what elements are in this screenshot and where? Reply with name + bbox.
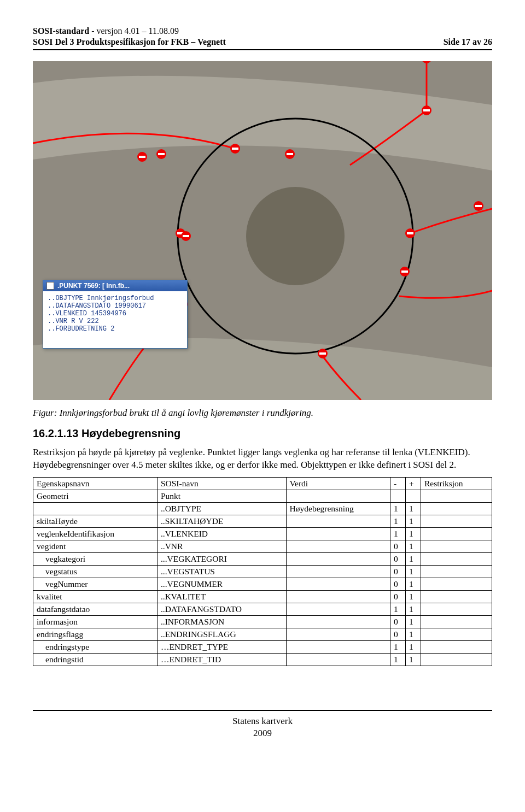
table-header-row: Egenskapsnavn SOSI-navn Verdi - + Restri…: [33, 477, 492, 490]
svg-point-2: [246, 187, 345, 285]
table-row: endringstid…ENDRET_TID11: [33, 653, 492, 666]
table-row: skiltaHøyde..SKILTAHØYDE11: [33, 515, 492, 527]
svg-rect-14: [423, 109, 430, 111]
body-paragraph: Restriksjon på høyde på kjøretøy på vegl…: [33, 446, 492, 472]
svg-rect-20: [401, 270, 408, 273]
table-row: GeometriPunkt: [33, 490, 492, 502]
header-line1: SOSI-standard - versjon 4.01 – 11.08.09: [33, 26, 492, 36]
page-label: Side 17 av 26: [444, 37, 492, 47]
table-row: veglenkeIdentifikasjon..VLENKEID11: [33, 527, 492, 540]
header-rule: [33, 49, 492, 50]
section-heading: 16.2.1.13 Høydebegrensning: [33, 427, 492, 440]
table-row: vegNummer...VEGNUMMER01: [33, 578, 492, 590]
properties-body: ..OBJTYPE Innkjøringsforbud ..DATAFANGST…: [43, 291, 187, 348]
table-row: informasjon..INFORMASJON01: [33, 615, 492, 628]
footer-org: Statens kartverk: [33, 715, 492, 727]
properties-title-text: .PUNKT 7569: [ Inn.fb...: [57, 282, 130, 290]
figure-aerial: .PUNKT 7569: [ Inn.fb... ..OBJTYPE Innkj…: [33, 61, 492, 400]
footer: Statens kartverk 2009: [33, 715, 492, 739]
th-sosi-navn: SOSI-navn: [157, 477, 286, 490]
figure-caption: Figur: Innkjøringsforbud brukt til å ang…: [33, 408, 492, 419]
properties-titlebar: .PUNKT 7569: [ Inn.fb...: [43, 280, 187, 291]
table-row: endringsflagg..ENDRINGSFLAGG01: [33, 628, 492, 640]
svg-rect-22: [319, 352, 326, 355]
th-verdi: Verdi: [286, 477, 390, 490]
table-row: vegident..VNR01: [33, 540, 492, 552]
table-row: vegkategori...VEGKATEGORI01: [33, 552, 492, 565]
table-row: datafangstdatao..DATAFANGSTDATO11: [33, 603, 492, 615]
header-line2: SOSI Del 3 Produktspesifikasjon for FKB …: [33, 37, 492, 47]
table-row: endringstype…ENDRET_TYPE11: [33, 640, 492, 653]
th-restriksjon: Restriksjon: [421, 477, 492, 490]
std-suffix: - versjon 4.01 – 11.08.09: [89, 26, 179, 36]
table-row: vegstatus...VEGSTATUS01: [33, 565, 492, 578]
table-row: ..OBJTYPEHøydebegrensning11: [33, 502, 492, 515]
svg-rect-6: [158, 153, 165, 155]
document-icon: [46, 282, 54, 290]
svg-rect-18: [407, 232, 413, 234]
footer-year: 2009: [33, 727, 492, 739]
svg-rect-28: [183, 235, 189, 237]
svg-rect-16: [475, 205, 482, 207]
svg-rect-10: [287, 153, 293, 155]
doc-title: SOSI Del 3 Produktspesifikasjon for FKB …: [33, 37, 226, 47]
th-plus: +: [406, 477, 421, 490]
th-egenskapsnavn: Egenskapsnavn: [33, 477, 158, 490]
properties-window: .PUNKT 7569: [ Inn.fb... ..OBJTYPE Innkj…: [43, 280, 188, 349]
footer-rule: [33, 710, 492, 711]
svg-rect-8: [139, 156, 145, 158]
spec-table: Egenskapsnavn SOSI-navn Verdi - + Restri…: [33, 477, 492, 666]
std-label: SOSI-standard: [33, 26, 89, 36]
figure-svg: [33, 61, 492, 400]
table-row: kvalitet..KVALITET01: [33, 590, 492, 603]
th-minus: -: [390, 477, 406, 490]
svg-rect-4: [232, 148, 238, 150]
